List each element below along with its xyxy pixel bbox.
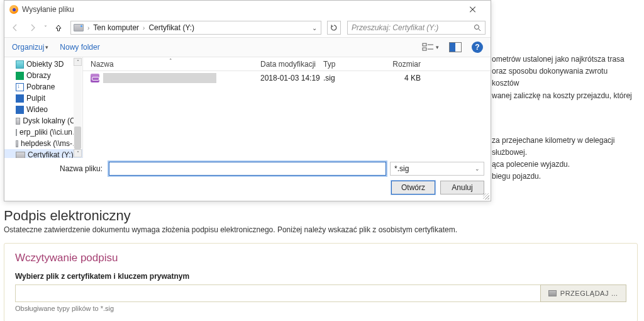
file-filter-dropdown[interactable]: *.sig⌄	[390, 162, 484, 176]
organize-menu[interactable]: Organizuj ▾	[12, 43, 48, 52]
preview-pane-toggle[interactable]	[449, 42, 462, 52]
sig-file-icon	[91, 74, 99, 82]
svg-rect-2	[423, 43, 426, 46]
firefox-icon	[9, 5, 18, 14]
panel-label: Wybierz plik z certyfikatem i kluczem pr…	[15, 272, 626, 281]
dialog-footer: Nazwa pliku: *.sig⌄ Otwórz Anuluj	[4, 158, 491, 201]
folder-tree: ˄ ˅ Obiekty 3D Obrazy Pobrane Pulpit Wid…	[4, 57, 83, 158]
up-button[interactable]	[53, 22, 64, 33]
file-pane: Nazwa˄ Data modyfikacji Typ Rozmiar 2018…	[83, 57, 491, 158]
close-button[interactable]	[460, 1, 486, 18]
panel-title: Wczytywanie podpisu	[15, 252, 626, 264]
nav-row: ˇ › Ten komputer › Certyfikat (Y:) ⌄ Prz…	[4, 18, 491, 37]
signature-panel: Wczytywanie podpisu Wybierz plik z certy…	[4, 243, 638, 321]
page-heading: Podpis elektroniczny	[4, 208, 638, 224]
svg-line-1	[479, 29, 480, 31]
sort-indicator-icon: ˄	[169, 58, 172, 64]
titlebar: Wysyłanie pliku	[4, 1, 491, 18]
new-folder-button[interactable]: Nowy folder	[60, 43, 99, 52]
browse-button[interactable]: PRZEGLĄDAJ …	[540, 284, 626, 302]
chevron-down-icon: ⌄	[475, 166, 480, 172]
file-type-hint: Obsługiwane typy plików to *.sig	[15, 305, 626, 312]
tree-item[interactable]: Wideo	[4, 104, 82, 115]
drive-icon	[16, 118, 20, 125]
network-drive-icon	[16, 129, 17, 136]
cancel-button[interactable]: Anuluj	[440, 181, 484, 194]
file-name-selected	[103, 73, 216, 83]
history-dropdown[interactable]: ˇ	[45, 25, 47, 31]
dialog-title: Wysyłanie pliku	[22, 5, 460, 14]
tree-item-selected[interactable]: Certyfikat (Y:)	[4, 149, 82, 158]
drive-icon	[74, 24, 84, 31]
tree-item[interactable]: Pobrane	[4, 81, 82, 93]
file-dialog: Wysyłanie pliku ˇ › Ten komputer › Certy…	[4, 0, 491, 201]
network-drive-icon	[16, 152, 25, 159]
help-button[interactable]: ?	[472, 42, 483, 53]
refresh-button[interactable]	[327, 21, 341, 35]
resize-grip[interactable]	[483, 193, 489, 200]
tree-item[interactable]: Dysk lokalny (C:)	[4, 115, 82, 127]
view-mode-button[interactable]: ▾	[422, 43, 439, 52]
tree-item[interactable]: Pulpit	[4, 93, 82, 104]
svg-rect-3	[423, 48, 426, 50]
obj3d-icon	[16, 60, 24, 69]
desktop-icon	[16, 94, 24, 103]
close-icon	[470, 6, 476, 13]
images-icon	[16, 72, 24, 80]
network-drive-icon	[16, 140, 18, 147]
video-icon	[16, 106, 24, 114]
tree-scroll-down[interactable]: ˅	[74, 149, 82, 157]
crumb-root[interactable]: Ten komputer	[93, 23, 139, 32]
certificate-file-input[interactable]	[15, 284, 540, 302]
downloads-icon	[16, 83, 24, 91]
tree-scroll-up[interactable]: ˄	[74, 58, 82, 66]
search-box[interactable]: Przeszukaj: Certyfikat (Y:)	[347, 21, 486, 35]
tree-item[interactable]: Obrazy	[4, 70, 82, 81]
crumb-folder[interactable]: Certyfikat (Y:)	[148, 23, 194, 32]
address-dropdown-icon[interactable]: ⌄	[312, 25, 318, 31]
filename-label: Nazwa pliku:	[11, 164, 105, 173]
search-placeholder: Przeszukaj: Certyfikat (Y:)	[352, 23, 438, 32]
search-icon	[474, 24, 481, 31]
background-text: ometrów ustalonej jako najkrótsza trasa …	[492, 54, 636, 183]
open-button[interactable]: Otwórz	[391, 181, 435, 194]
tree-item[interactable]: Obiekty 3D	[4, 59, 82, 70]
folder-icon	[548, 290, 557, 296]
file-row[interactable]: 2018-01-03 14:19 .sig 4 KB	[83, 71, 491, 85]
address-bar[interactable]: › Ten komputer › Certyfikat (Y:) ⌄	[70, 21, 321, 35]
tree-item[interactable]: helpdesk (\\ms-…	[4, 138, 82, 149]
toolbar: Organizuj ▾ Nowy folder ▾ ?	[4, 37, 491, 57]
tree-item[interactable]: erp_pliki (\\ci.un…	[4, 127, 82, 138]
back-button[interactable]	[9, 22, 21, 33]
page-subtitle: Ostateczne zatwierdzenie dokumentu wymag…	[4, 225, 638, 234]
forward-button[interactable]	[27, 22, 38, 33]
column-headers[interactable]: Nazwa˄ Data modyfikacji Typ Rozmiar	[83, 57, 491, 71]
filename-input[interactable]	[109, 162, 386, 176]
svg-point-0	[475, 25, 479, 30]
tree-scrollbar-thumb[interactable]	[74, 127, 81, 149]
